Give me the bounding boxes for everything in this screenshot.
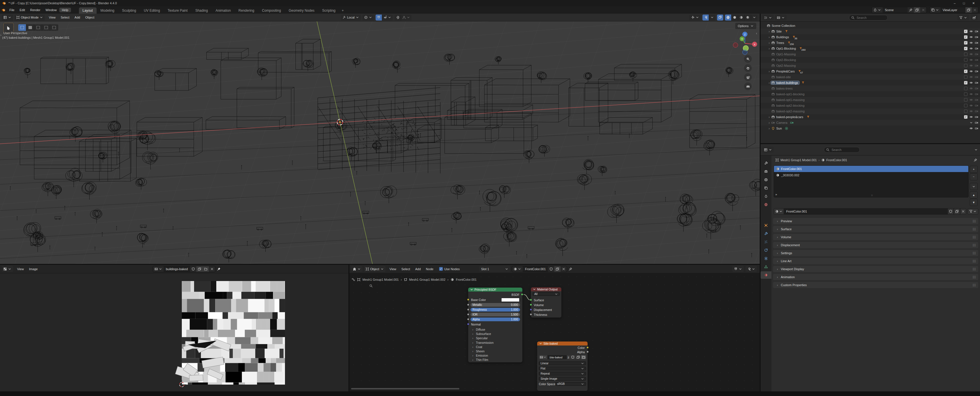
material-slot[interactable]: _303030.002	[774, 172, 968, 178]
panel-grip-icon[interactable]: ⣿⣿	[973, 220, 976, 222]
viewport-menu-add[interactable]: Add	[72, 15, 83, 20]
material-slot-list[interactable]: FrontColor.001_303030.002▸⁝⁝	[774, 166, 969, 198]
viewport-menu-view[interactable]: View	[46, 15, 58, 20]
node-material-output[interactable]: Material OutputAllSurfaceVolumeDisplacem…	[531, 287, 562, 318]
outliner-row[interactable]: Opt2-Massing	[760, 63, 980, 69]
hide-eye-icon[interactable]	[969, 87, 973, 90]
exclude-checkbox[interactable]	[964, 87, 967, 90]
snap-toggle[interactable]	[375, 14, 382, 21]
panel-settings[interactable]: ›Settings⣿⣿	[773, 250, 978, 256]
tab-uv-editing[interactable]: UV Editing	[140, 7, 164, 14]
panel-grip-icon[interactable]: ⣿⣿	[973, 268, 976, 270]
node-socket[interactable]	[467, 303, 469, 306]
slot-move-down-button[interactable]: ▼	[970, 199, 978, 206]
shader-editor[interactable]: Object ViewSelectAddNode ✓Use Nodes Slot…	[349, 265, 760, 391]
panel-preview[interactable]: ›Preview⣿⣿	[773, 218, 978, 224]
panel-grip-icon[interactable]: ⣿⣿	[973, 284, 976, 286]
node-socket[interactable]	[467, 299, 469, 301]
viewlayer-unlink-button[interactable]	[972, 7, 978, 13]
browse-image-button[interactable]	[539, 355, 548, 359]
section-transmission[interactable]: ›Transmission	[468, 341, 522, 345]
properties-tab-particles[interactable]	[760, 238, 772, 246]
image-editor[interactable]: ViewImage buildings-baked	[0, 265, 348, 391]
properties-tab-render[interactable]	[760, 168, 772, 175]
section-emission[interactable]: ›Emission	[468, 353, 522, 358]
display-mode-dropdown[interactable]	[762, 14, 774, 21]
exclude-checkbox[interactable]: ✓	[964, 30, 967, 33]
breadcrumb-object[interactable]: Mesh1 Group1 Model.001	[781, 158, 817, 162]
tab-geometry-nodes[interactable]: Geometry Nodes	[285, 7, 318, 14]
outliner-row[interactable]: baked-opt2-blocking	[760, 103, 980, 109]
tab-layout[interactable]: Layout	[79, 7, 97, 14]
exclude-checkbox[interactable]: ✓	[964, 47, 967, 50]
menu-file[interactable]: File	[7, 8, 17, 12]
expand-icon[interactable]: ›	[767, 121, 771, 125]
open-image-button[interactable]	[581, 355, 586, 359]
viewlayer-selector[interactable]: ViewLayer	[929, 7, 978, 13]
tab-modeling[interactable]: Modeling	[97, 7, 118, 14]
outliner-row[interactable]: Opt2-Blocking	[760, 57, 980, 63]
render-camera-icon[interactable]	[975, 98, 978, 102]
options-dropdown[interactable]: Options	[735, 23, 756, 29]
select-mode-intersect[interactable]	[50, 24, 58, 31]
outliner-row[interactable]: ›Trees156✓	[760, 40, 980, 46]
menu-edit[interactable]: Edit	[17, 8, 28, 12]
node-socket[interactable]	[530, 313, 532, 316]
node-socket[interactable]	[467, 308, 469, 311]
outliner-row[interactable]: ›People&Cars47✓	[760, 69, 980, 74]
camera-view-button[interactable]	[744, 73, 752, 81]
render-camera-icon[interactable]	[975, 30, 978, 33]
colorspace-dropdown[interactable]: sRGB	[555, 382, 586, 386]
outliner-filter-id-dropdown[interactable]	[775, 14, 786, 21]
maximize-button[interactable]: □	[963, 2, 965, 5]
render-camera-icon[interactable]	[975, 41, 978, 45]
chevron-down-icon[interactable]	[969, 121, 973, 125]
slot-move-up-button[interactable]: ▲	[970, 192, 978, 198]
hide-eye-icon[interactable]	[969, 35, 973, 39]
show-gizmo-dropdown[interactable]	[689, 14, 701, 21]
viewport-menu-object[interactable]: Object	[83, 15, 97, 20]
node-socket[interactable]	[530, 308, 532, 311]
image-fake-user-button[interactable]	[190, 266, 196, 272]
panel-volume[interactable]: ›Volume⣿⣿	[773, 234, 978, 240]
slider-metallic[interactable]: Metallic0.000	[471, 303, 520, 307]
properties-editor[interactable]: Mesh1 Group1 Model.001 › FrontColor.001 …	[760, 144, 980, 391]
shading-rendered-button[interactable]	[745, 14, 751, 21]
shading-material-button[interactable]	[738, 14, 745, 21]
outliner-row[interactable]: ›baked-buildings✓	[760, 80, 980, 86]
menu-render[interactable]: Render	[28, 8, 43, 12]
render-camera-icon[interactable]	[975, 75, 978, 79]
editor-type-button[interactable]	[762, 147, 774, 153]
slider-alpha[interactable]: Alpha1.000	[471, 318, 520, 321]
image-copy-button[interactable]	[196, 266, 203, 272]
navigation-gizmo[interactable]: ZXY	[732, 30, 758, 57]
exclude-checkbox[interactable]	[964, 64, 967, 67]
editor-type-button[interactable]	[2, 14, 13, 21]
material-unlink-button[interactable]	[960, 208, 966, 214]
exclude-checkbox[interactable]: ✓	[964, 41, 967, 45]
blender-menu-icon[interactable]	[2, 8, 6, 12]
hide-eye-icon[interactable]	[969, 30, 973, 33]
node-image-texture[interactable]: Site-bakedColorAlphaSite-baked2LinearFla…	[537, 342, 588, 391]
slider-roughness[interactable]: Roughness1.000	[471, 308, 520, 311]
properties-tab-object[interactable]	[760, 222, 772, 229]
node-socket[interactable]	[530, 299, 532, 301]
new-collection-button[interactable]	[971, 14, 978, 21]
hide-eye-icon[interactable]	[969, 93, 973, 96]
render-camera-icon[interactable]	[975, 35, 978, 39]
section-subsurface[interactable]: ›Subsurface	[468, 332, 522, 336]
render-camera-icon[interactable]	[975, 53, 978, 56]
properties-tab-data[interactable]	[760, 263, 772, 270]
render-camera-icon[interactable]	[975, 115, 978, 119]
exclude-checkbox[interactable]: ✓	[964, 35, 967, 39]
scene-name[interactable]: Scene	[883, 7, 908, 13]
scene-copy-button[interactable]	[914, 7, 920, 13]
panel-line-art[interactable]: ›Line Art⣿⣿	[773, 258, 978, 264]
slider-ior[interactable]: IOR1.500	[471, 313, 520, 316]
pan-view-button[interactable]	[744, 64, 752, 72]
properties-search[interactable]	[824, 147, 860, 153]
expand-icon[interactable]: ›	[767, 35, 771, 39]
projection-dropdown[interactable]: Flat	[539, 367, 586, 370]
panel-grip-icon[interactable]: ⣿⣿	[973, 260, 976, 262]
base-color-row[interactable]: Base Color	[468, 298, 522, 302]
